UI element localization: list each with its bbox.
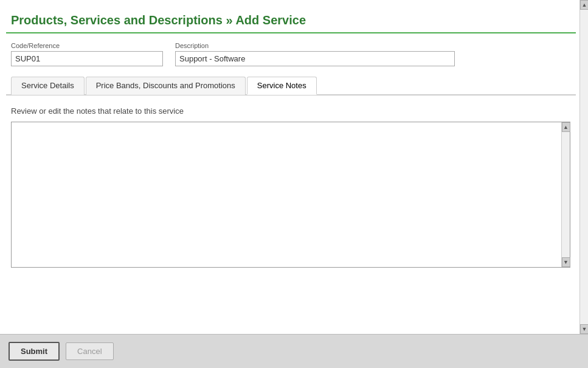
outer-scrollbar[interactable]: ▲ ▼ [579,0,588,334]
code-label: Code/Reference [11,42,163,49]
description-field-group: Description [175,42,455,66]
content-area: Products, Services and Descriptions » Ad… [0,0,588,334]
form-row: Code/Reference Description [6,42,576,66]
tabs-container: Service Details Price Bands, Discounts a… [6,76,576,95]
textarea-scrollbar[interactable]: ▲ ▼ [561,122,570,267]
footer-bar: Submit Cancel [0,334,588,368]
notes-description: Review or edit the notes that relate to … [11,106,571,116]
description-label: Description [175,42,455,49]
textarea-scroll-down[interactable]: ▼ [562,257,570,267]
tab-price-bands[interactable]: Price Bands, Discounts and Promotions [86,77,246,95]
scroll-up-arrow[interactable]: ▲ [580,0,588,10]
submit-button[interactable]: Submit [9,342,60,361]
service-notes-tab-content: Review or edit the notes that relate to … [6,102,576,273]
code-field-group: Code/Reference [11,42,163,66]
cancel-button[interactable]: Cancel [66,342,113,360]
textarea-scroll-up[interactable]: ▲ [562,122,570,132]
tab-service-notes[interactable]: Service Notes [247,77,317,95]
tab-service-details[interactable]: Service Details [11,77,85,95]
main-container: ▲ ▼ Products, Services and Descriptions … [0,0,588,368]
page-title: Products, Services and Descriptions » Ad… [6,6,576,33]
scroll-down-arrow[interactable]: ▼ [580,324,588,334]
code-input[interactable] [11,51,163,66]
notes-textarea-container: ▲ ▼ [11,122,570,268]
notes-textarea[interactable] [12,122,561,267]
description-input[interactable] [175,51,455,66]
